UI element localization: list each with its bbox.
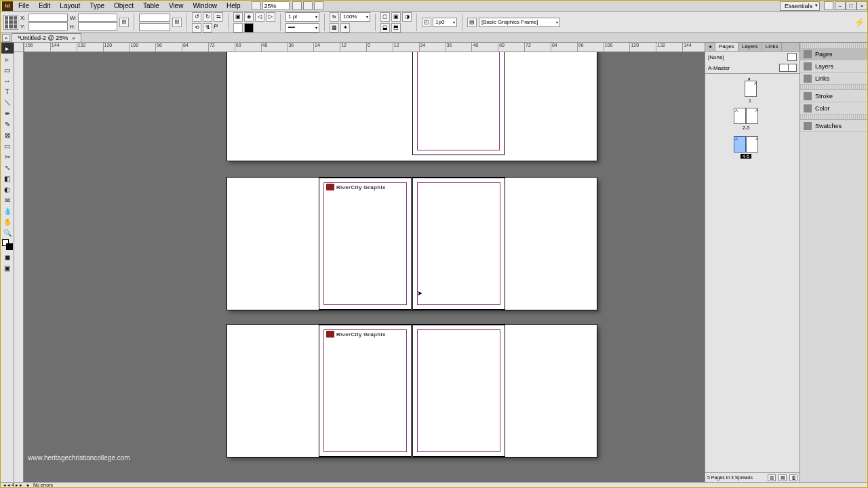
menu-file[interactable]: File [14, 1, 33, 10]
flip-h-icon[interactable]: ⇋ [214, 12, 223, 22]
select-content-icon[interactable]: ◈ [244, 12, 254, 22]
gradient-feather-tool[interactable]: ◐ [1, 184, 14, 195]
preflight-bolt-icon[interactable]: ⚡ [854, 18, 865, 27]
dock-stroke[interactable]: Stroke [800, 90, 867, 102]
master-a-label[interactable]: A-Master [708, 65, 730, 71]
rotate-180-icon[interactable]: ⟲ [192, 23, 201, 33]
select-prev-icon[interactable]: ◁ [255, 12, 264, 22]
document-viewport[interactable]: 1561441321201089684726048362412012243648… [14, 43, 705, 482]
text-wrap-jump-next-icon[interactable]: ⬒ [391, 23, 401, 33]
menu-table[interactable]: Table [139, 1, 163, 10]
view-options-icon[interactable] [292, 1, 302, 10]
reference-point[interactable] [3, 15, 18, 30]
constrain-scale-icon[interactable]: ⛓ [172, 18, 182, 27]
zoom-tool[interactable]: 🔍 [1, 227, 14, 238]
select-container-icon[interactable]: ▣ [233, 12, 243, 22]
flip-v-icon[interactable]: ⇅ [203, 23, 212, 33]
toolbar-expand-icon[interactable]: » [2, 34, 10, 42]
menu-window[interactable]: Window [189, 1, 221, 10]
gradient-swatch-tool[interactable]: ◧ [1, 173, 14, 184]
text-wrap-jump-icon[interactable]: ⬓ [380, 23, 390, 33]
page-tool[interactable]: ▭ [1, 64, 14, 75]
master-none-label[interactable]: [None] [708, 54, 724, 60]
close-button[interactable]: × [856, 1, 867, 10]
vertical-ruler[interactable] [14, 52, 24, 482]
object-style-icon[interactable]: ▤ [467, 18, 477, 27]
panel-collapse-icon[interactable]: ◂ [705, 43, 715, 51]
corner-options-icon[interactable]: ◰ [422, 18, 431, 27]
selection-tool[interactable]: ▸ [1, 43, 14, 54]
stroke-weight-field[interactable]: 1 pt [285, 12, 319, 22]
scissors-tool[interactable]: ✂ [1, 151, 14, 162]
quick-apply-icon[interactable]: ✦ [340, 23, 350, 33]
apply-color-icon[interactable]: ◼ [1, 251, 14, 262]
dock-color[interactable]: Color [800, 102, 867, 115]
rectangle-tool[interactable]: ▭ [1, 140, 14, 151]
dock-grip[interactable] [800, 43, 867, 48]
zoom-level-field[interactable]: 25% [262, 1, 290, 10]
fill-swatch[interactable] [233, 23, 243, 33]
constrain-icon[interactable]: ⛓ [119, 18, 129, 27]
menu-edit[interactable]: Edit [35, 1, 54, 10]
dock-links[interactable]: Links [800, 73, 867, 85]
pages-list[interactable]: ▾ A 1 A A 2-3 A A 4-5 [705, 74, 800, 472]
scale-y-field[interactable] [139, 23, 170, 31]
links-tab[interactable]: Links [762, 43, 783, 51]
hand-tool[interactable]: ✋ [1, 216, 14, 227]
new-page-icon[interactable]: ▤ [778, 474, 787, 481]
x-field[interactable] [28, 14, 68, 22]
type-tool[interactable]: T [1, 86, 14, 97]
page-nav[interactable]: ◂ ◂ 4 ▸ ▸ [3, 483, 22, 488]
horizontal-ruler[interactable]: 1561441321201089684726048362412012243648… [24, 43, 705, 52]
opacity-field[interactable]: 100% [340, 12, 370, 22]
document-tab[interactable]: *Untitled-2 @ 25% × [12, 33, 81, 42]
preflight-status[interactable]: No errors [33, 483, 53, 487]
eyedropper-tool[interactable]: 💧 [1, 205, 14, 216]
close-tab-icon[interactable]: × [72, 35, 75, 41]
w-field[interactable] [78, 14, 117, 22]
menu-layout[interactable]: Layout [56, 1, 84, 10]
workspace-switcher[interactable]: Essentials [780, 1, 820, 11]
select-next-icon[interactable]: ▷ [266, 12, 275, 22]
text-wrap-shape-icon[interactable]: ◑ [402, 12, 412, 22]
direct-selection-tool[interactable]: ▹ [1, 54, 14, 64]
stroke-style-field[interactable]: ━━ [285, 23, 319, 33]
pencil-tool[interactable]: ✎ [1, 119, 14, 129]
effects-fx-icon[interactable]: fx [330, 12, 339, 22]
stroke-swatch[interactable] [244, 23, 254, 33]
bridge-icon[interactable] [252, 1, 261, 10]
h-field[interactable] [78, 22, 117, 30]
menu-object[interactable]: Object [110, 1, 138, 10]
drop-shadow-icon[interactable]: ▦ [330, 23, 339, 33]
dock-layers[interactable]: Layers [800, 60, 867, 73]
page-4[interactable]: RiverCity Graphix [319, 325, 412, 457]
corner-size-field[interactable]: 1p0 [433, 18, 457, 27]
master-a-thumb[interactable] [779, 64, 797, 72]
line-tool[interactable]: ＼ [1, 97, 14, 108]
dock-swatches[interactable]: Swatches [800, 120, 867, 132]
edit-page-size-icon[interactable]: ▥ [768, 474, 776, 481]
master-none-thumb[interactable] [787, 53, 797, 61]
menu-view[interactable]: View [165, 1, 188, 10]
page-1[interactable] [412, 52, 505, 155]
menu-help[interactable]: Help [222, 1, 245, 10]
rectangle-frame-tool[interactable]: ⊠ [1, 129, 14, 140]
note-tool[interactable]: ✉ [1, 195, 14, 205]
screen-mode-tool[interactable]: ▣ [1, 262, 14, 273]
y-field[interactable] [28, 22, 68, 30]
scale-x-field[interactable] [139, 14, 170, 22]
search-icon[interactable] [824, 1, 833, 10]
text-wrap-bounding-icon[interactable]: ▣ [391, 12, 401, 22]
pages-tab[interactable]: Pages [715, 43, 738, 51]
ruler-origin[interactable] [14, 43, 24, 52]
page-5[interactable] [412, 325, 505, 457]
free-transform-tool[interactable]: ⤡ [1, 162, 14, 173]
menu-type[interactable]: Type [85, 1, 108, 10]
page-3[interactable] [412, 178, 505, 310]
text-wrap-none-icon[interactable]: ▢ [380, 12, 390, 22]
object-style-dropdown[interactable]: [Basic Graphics Frame] [479, 18, 560, 27]
fill-stroke-swatch[interactable] [2, 239, 13, 250]
layers-tab[interactable]: Layers [738, 43, 762, 51]
gap-tool[interactable]: ↔ [1, 75, 14, 86]
page-2[interactable]: RiverCity Graphix [319, 178, 412, 310]
